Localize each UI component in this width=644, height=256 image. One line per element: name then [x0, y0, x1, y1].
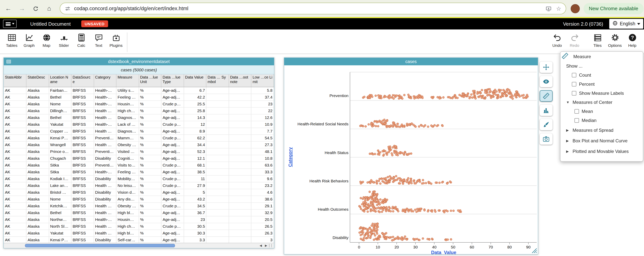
table-cell[interactable]: 23	[184, 216, 206, 223]
data-point[interactable]	[360, 234, 362, 236]
toolbar-button-tables[interactable]: Tables	[4, 32, 20, 47]
data-point[interactable]	[390, 96, 392, 98]
data-point[interactable]	[435, 182, 437, 184]
data-point[interactable]	[459, 209, 461, 211]
data-point[interactable]	[393, 180, 395, 182]
table-cell[interactable]: Alaska	[26, 209, 49, 216]
data-point[interactable]	[360, 125, 361, 127]
data-point[interactable]	[375, 95, 376, 97]
data-point[interactable]	[398, 97, 400, 99]
table-cell[interactable]: Chugach	[49, 155, 71, 162]
data-point[interactable]	[493, 90, 495, 92]
data-point[interactable]	[385, 177, 387, 179]
table-cell[interactable]: AK	[4, 175, 26, 182]
data-point[interactable]	[365, 208, 367, 210]
data-point[interactable]	[481, 97, 482, 99]
data-point[interactable]	[385, 208, 387, 210]
table-cell[interactable]	[206, 216, 229, 223]
table-cell[interactable]: Sitka	[49, 162, 71, 168]
table-cell[interactable]: Cogniti…	[116, 155, 139, 162]
data-point[interactable]	[462, 94, 464, 95]
style-brush-button[interactable]	[540, 119, 552, 130]
data-point[interactable]	[392, 210, 394, 212]
table-cell[interactable]	[229, 87, 251, 94]
data-point[interactable]	[397, 210, 399, 212]
table-cell[interactable]: Health-…	[94, 216, 116, 223]
data-point[interactable]	[358, 205, 360, 207]
table-cell[interactable]: Age-adj…	[161, 107, 184, 114]
table-cell[interactable]: BRFSS	[71, 94, 94, 100]
table-cell[interactable]: %	[139, 230, 161, 236]
data-point[interactable]	[385, 210, 387, 212]
data-point[interactable]	[362, 125, 364, 127]
table-cell[interactable]: Crude p…	[161, 223, 184, 230]
toolbar-button-calc[interactable]: Calc	[73, 32, 90, 47]
table-cell[interactable]: 12	[184, 121, 206, 128]
data-point[interactable]	[428, 182, 430, 184]
data-point[interactable]	[359, 232, 360, 234]
data-point[interactable]	[407, 209, 409, 211]
data-point[interactable]	[376, 208, 377, 209]
table-cell[interactable]: AK	[4, 202, 26, 209]
data-point[interactable]	[373, 191, 375, 193]
column-header[interactable]: Data …lue Type	[161, 74, 184, 87]
data-point[interactable]	[415, 97, 417, 99]
table-cell[interactable]: 42.2	[184, 94, 206, 100]
data-point[interactable]	[384, 119, 385, 121]
data-point[interactable]	[401, 124, 403, 126]
data-point[interactable]	[404, 236, 406, 238]
data-point[interactable]	[369, 181, 371, 183]
category-label[interactable]: Health-Related Social Needs	[298, 122, 348, 127]
table-cell[interactable]: AK	[4, 121, 26, 128]
table-cell[interactable]: Age-adj…	[161, 155, 184, 162]
table-cell[interactable]	[206, 94, 229, 100]
table-cell[interactable]: BRFSS	[71, 209, 94, 216]
table-cell[interactable]: Age-adj…	[161, 196, 184, 202]
data-point[interactable]	[382, 202, 384, 204]
data-point[interactable]	[374, 201, 376, 203]
table-cell[interactable]: No leisu…	[116, 182, 139, 189]
table-cell[interactable]: Alaska	[26, 202, 49, 209]
table-cell[interactable]: AK	[4, 148, 26, 155]
table-cell[interactable]	[229, 121, 251, 128]
data-point[interactable]	[414, 126, 416, 128]
table-cell[interactable]	[229, 148, 251, 155]
table-cell[interactable]: Preventi…	[94, 134, 116, 141]
data-point[interactable]	[383, 96, 385, 98]
table-cell[interactable]: %	[139, 216, 161, 223]
data-point[interactable]	[377, 150, 379, 151]
table-cell[interactable]: AK	[4, 155, 26, 162]
data-point[interactable]	[373, 233, 375, 235]
data-point[interactable]	[361, 203, 363, 205]
category-label[interactable]: Health Risk Behaviors	[309, 178, 348, 183]
data-point[interactable]	[397, 152, 398, 154]
document-menu-button[interactable]	[3, 20, 17, 28]
toolbar-button-redo[interactable]: Redo	[566, 32, 583, 47]
data-point[interactable]	[373, 225, 374, 227]
data-point[interactable]	[361, 227, 363, 229]
data-point[interactable]	[400, 96, 402, 98]
table-cell[interactable]	[229, 196, 251, 202]
data-point[interactable]	[412, 210, 414, 212]
table-cell[interactable]: 12.1	[184, 155, 206, 162]
data-point[interactable]	[388, 97, 390, 99]
data-point[interactable]	[364, 235, 366, 237]
data-point[interactable]	[370, 179, 372, 181]
data-point[interactable]	[525, 96, 527, 98]
table-cell[interactable]	[206, 196, 229, 202]
table-cell[interactable]: %	[139, 128, 161, 134]
data-point[interactable]	[509, 91, 511, 93]
data-point[interactable]	[411, 123, 413, 124]
data-point[interactable]	[367, 237, 369, 239]
table-cell[interactable]: 23	[251, 100, 274, 107]
table-cell[interactable]	[229, 216, 251, 223]
data-point[interactable]	[386, 236, 388, 238]
table-cell[interactable]: Health-…	[94, 94, 116, 100]
toolbar-button-plugins[interactable]: Plugins	[108, 32, 124, 47]
table-cell[interactable]: BRFSS	[71, 107, 94, 114]
table-cell[interactable]: Health-…	[94, 121, 116, 128]
table-cell[interactable]: BRFSS	[71, 162, 94, 168]
data-point[interactable]	[473, 94, 475, 96]
column-header[interactable]: Measure	[116, 74, 139, 87]
data-point[interactable]	[376, 233, 378, 235]
